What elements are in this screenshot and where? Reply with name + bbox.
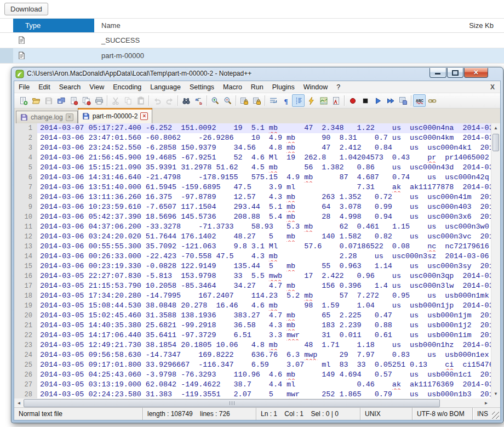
line-number: 9 [14,202,37,212]
menu-item-edit[interactable]: Edit [34,81,55,93]
open-file-icon[interactable] [30,94,42,107]
code-line: 112014-03-06 04:37:06.200 -33.3278 -71.3… [14,222,491,232]
notepadpp-icon [15,70,24,78]
text-editor[interactable]: 12014-03-07 05:17:27.400 -6.252 151.0092… [14,123,500,398]
toolbar-separator [236,95,236,106]
menu-item-settings[interactable]: Settings [185,81,219,93]
maximize-button[interactable] [447,68,463,78]
function-completion-icon[interactable] [305,94,317,107]
menu-bar: FileEditSearchViewEncodingLanguageSettin… [14,81,500,93]
file-name[interactable]: part-m-00000 [94,52,455,60]
line-text: 2014-03-05 02:24:23.580 31.383 -119.3551… [37,390,491,398]
horizontal-scrollbar[interactable]: ◄ ► [14,398,500,408]
save-all-icon[interactable] [55,94,67,107]
function-list-icon[interactable] [330,94,342,107]
line-text: 2014-03-05 12:49:21.730 38.1854 20.1805 … [37,340,491,350]
scroll-right-icon[interactable]: ► [482,398,491,408]
menu-close-document-button[interactable]: X [490,81,495,93]
status-encoding[interactable]: UTF-8 w/o BOM [412,408,472,420]
vertical-scroll-thumb[interactable] [492,134,499,151]
line-number: 5 [14,163,37,173]
line-text: 2014-03-05 17:34:20.280 -14.7995 167.240… [37,291,491,301]
macro-stop-icon[interactable] [359,94,371,107]
column-header-name[interactable]: Name [94,21,455,30]
quick-link-icon[interactable] [426,94,438,107]
line-number: 2 [14,133,37,143]
svg-text:ABC: ABC [415,98,423,102]
save-icon [42,94,55,107]
column-header-size[interactable]: Size Kb [455,21,504,30]
code-line: 222014-03-05 14:17:06.440 35.6411 -97.37… [14,331,491,340]
macro-run-multiple-icon[interactable] [384,94,397,107]
macro-save-icon[interactable] [397,94,409,107]
menu-item-encoding[interactable]: Encoding [108,81,146,93]
line-number: 13 [14,242,37,252]
menu-item-view[interactable]: View [85,81,108,93]
tab-close-icon[interactable]: × [66,113,73,121]
print-icon[interactable] [93,94,105,107]
close-all-icon[interactable] [80,94,93,107]
menu-item-macro[interactable]: Macro [219,81,247,93]
find-icon[interactable] [180,94,192,107]
line-number: 19 [14,301,37,311]
menu-item-search[interactable]: Search [55,81,85,93]
resize-grip[interactable] [492,412,499,419]
table-row[interactable]: _SUCCESS [0,33,504,48]
menu-item-file[interactable]: File [14,81,34,93]
vertical-scrollbar[interactable]: ▲ ▼ [491,123,500,398]
horizontal-scroll-thumb[interactable] [24,399,440,407]
close-button[interactable] [464,68,488,78]
zoom-in-icon[interactable] [209,94,221,107]
tab-part-m-00000-2[interactable]: part-m-00000-2 × [78,108,153,123]
scroll-up-icon[interactable]: ▲ [491,123,500,133]
menu-item-language[interactable]: Language [146,81,185,93]
minimize-button[interactable] [429,68,446,78]
line-text: 2014-03-06 05:42:37.390 18.5696 145.5736… [37,212,491,222]
notepadpp-window: C:\Users\Aron.MacDonald\AppData\Local\Te… [11,67,503,423]
window-client-area: FileEditSearchViewEncodingLanguageSettin… [14,81,501,420]
macro-record-icon[interactable] [346,94,359,107]
code-line: 52014-03-06 15:15:21.090 35.9391 31.2978… [14,163,491,173]
document-map-icon[interactable] [317,94,330,107]
code-line: 92014-03-06 10:23:59.610 -7.6507 117.150… [14,202,491,212]
line-number: 25 [14,360,37,370]
show-indent-guide-icon[interactable] [292,94,305,107]
macro-play-icon[interactable] [371,94,384,107]
status-eol-format[interactable]: UNIX [360,408,412,420]
file-name[interactable]: _SUCCESS [94,36,455,44]
show-all-characters-icon[interactable]: ¶ [279,94,292,107]
zoom-out-icon[interactable] [221,94,234,107]
editor-content[interactable]: 12014-03-07 05:17:27.400 -6.252 151.0092… [14,123,491,398]
new-file-icon[interactable] [17,94,30,107]
replace-icon[interactable]: ab [192,94,205,107]
toolbar-separator [148,95,149,106]
scroll-left-icon[interactable]: ◄ [14,398,24,408]
sync-vertical-icon[interactable] [238,94,250,107]
status-length-info: length : 108749 lines : 726 [142,408,256,420]
line-number: 6 [14,173,37,183]
column-header-type[interactable]: Type [13,19,94,32]
status-bar: Normal text file length : 108749 lines :… [14,407,500,420]
line-text: 2014-03-05 09:56:58.630 -14.7347 169.822… [37,350,491,360]
tab-close-icon[interactable]: × [140,112,148,120]
menu-item-help[interactable]: ? [332,81,345,93]
title-bar[interactable]: C:\Users\Aron.MacDonald\AppData\Local\Te… [12,67,503,81]
scroll-down-icon[interactable]: ▼ [491,389,500,398]
line-text: 2014-03-06 13:51:40.000 61.5945 -159.689… [37,183,491,192]
code-line: 182014-03-05 17:34:20.280 -14.7995 167.2… [14,291,491,301]
download-button[interactable]: Download [4,3,48,15]
code-line: 82014-03-06 13:11:36.260 16.375 -97.8789… [14,192,491,202]
line-text: 2014-03-05 22:27:07.830 -5.813 153.9798 … [37,271,491,281]
undo-icon [151,94,163,107]
line-number: 28 [14,390,37,398]
close-file-icon[interactable] [67,94,80,107]
table-row-selected[interactable]: part-m-00000 [0,48,504,64]
spell-check-icon[interactable]: ABC [413,94,426,107]
menu-item-run[interactable]: Run [247,81,268,93]
menu-item-window[interactable]: Window [299,81,332,93]
tab-change-log[interactable]: change.log × [16,111,78,123]
word-wrap-icon[interactable] [267,94,279,107]
menu-item-plugins[interactable]: Plugins [268,81,299,93]
svg-text:b: b [199,100,202,105]
sync-horizontal-icon[interactable] [250,94,263,107]
